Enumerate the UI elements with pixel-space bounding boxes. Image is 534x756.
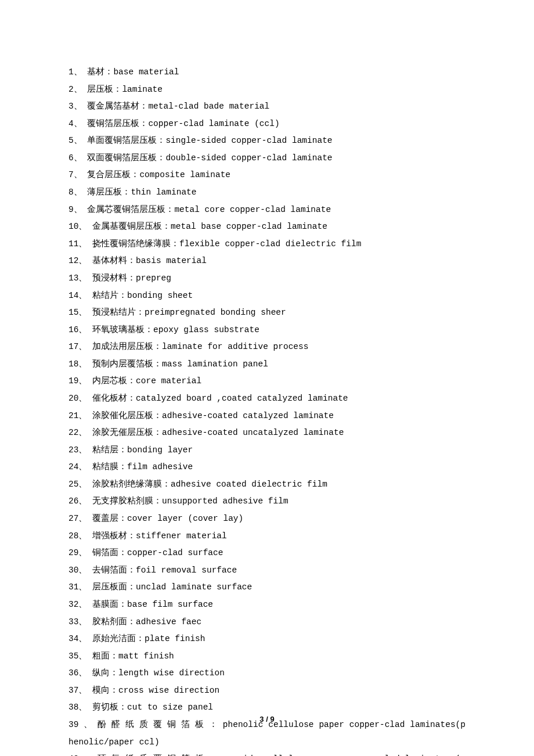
entry-number: 15、 [68,308,92,317]
list-item: 36、 纵向：length wise direction [68,665,466,682]
entry-chinese: 铜箔面： [92,548,127,557]
entry-number: 38、 [68,703,92,712]
entry-chinese: 粘结膜： [92,462,127,471]
list-item: 4、 覆铜箔层压板：copper-clad laminate (ccl) [68,116,466,133]
entry-number: 35、 [68,651,92,661]
entry-english: preimpregnated bonding sheer [145,308,286,317]
list-item: 19、 内层芯板：core material [68,373,466,390]
document-page: 1、 基材：base material2、 层压板：laminate3、 覆金属… [0,0,534,756]
entry-english: prepreg [136,273,171,283]
entry-number: 18、 [68,359,92,369]
entry-english: flexible copper-clad dielectric film [179,239,361,249]
list-item: 16、 环氧玻璃基板：epoxy glass substrate [68,322,466,339]
entry-english: film adhesive [127,462,193,471]
entry-number: 9、 [68,205,87,214]
list-item: 35、 粗面：matt finish [68,648,466,665]
entry-number: 34、 [68,634,92,643]
entry-chinese: 内层芯板： [92,376,136,386]
entry-english: copper-clad laminate (ccl) [148,119,279,128]
entry-number: 30、 [68,566,92,575]
entry-english: laminate [122,85,163,94]
list-item: 14、 粘结片：bonding sheet [68,287,466,305]
list-item: 1、 基材：base material [68,64,466,81]
entry-chinese: 粗面： [92,651,118,661]
list-item: 30、 去铜箔面：foil removal surface [68,562,466,579]
entry-chinese: 涂胶粘剂绝缘薄膜： [92,480,171,489]
entry-number: 24、 [68,462,92,471]
entry-number: 37、 [68,686,92,695]
entry-number: 22、 [68,428,92,437]
entry-english: unsupported adhesive film [162,496,288,506]
list-item: 3、 覆金属箔基材：metal-clad bade material [68,98,466,116]
entry-english: catalyzed board ,coated catalyzed lamina… [136,394,348,403]
entries-list: 1、 基材：base material2、 层压板：laminate3、 覆金属… [68,64,466,756]
entry-number: 29、 [68,548,92,557]
entry-number: 3、 [68,102,87,111]
entry-english: composite laminate [139,170,230,179]
entry-chinese: 去铜箔面： [92,566,136,575]
entry-chinese: 覆盖层： [92,514,127,523]
entry-chinese: 胶粘剂面： [92,617,136,627]
entry-chinese: 金属基覆铜层压板： [92,222,171,231]
list-item: 17、 加成法用层压板：laminate for additive proces… [68,339,466,356]
page-number: 3 / 9 [0,715,534,723]
entry-english: epoxy glass substrate [153,325,259,334]
entry-english: adhesive-coated catalyzed laminate [162,411,334,420]
list-item: 37、 模向：cross wise direction [68,682,466,700]
entry-english: base film surface [127,600,213,609]
entry-english: metal core copper-clad laminate [174,205,331,214]
entry-number: 13、 [68,273,92,283]
entry-english: laminate for additive process [162,342,308,351]
entry-english: stiffener material [136,531,227,541]
entry-number: 20、 [68,394,92,403]
entry-english: core material [136,376,201,386]
entry-number: 19、 [68,376,92,386]
entry-number: 21、 [68,411,92,420]
entry-number: 8、 [68,188,87,197]
list-item: 34、 原始光洁面：plate finish [68,631,466,648]
entry-chinese: 模向： [92,686,118,695]
entry-english: metal-clad bade material [148,102,269,111]
entry-number: 6、 [68,153,87,163]
list-item: 25、 涂胶粘剂绝缘薄膜：adhesive coated dielectric … [68,476,466,494]
list-item: 10、 金属基覆铜层压板：metal base copper-clad lami… [68,218,466,236]
entry-number: 31、 [68,582,92,592]
entry-chinese: 纵向： [92,668,118,678]
list-item: 27、 覆盖层：cover layer (cover lay) [68,510,466,528]
entry-english: mass lamination panel [162,359,268,369]
entry-chinese: 涂胶催化层压板： [92,411,162,420]
entry-number: 17、 [68,342,92,351]
entry-number: 5、 [68,136,87,145]
list-item: 6、 双面覆铜箔层压板：double-sided copper-clad lam… [68,150,466,167]
entry-number: 11、 [68,239,92,249]
entry-chinese: 预浸材料： [92,273,136,283]
entry-number: 7、 [68,170,87,179]
list-item: 7、 复合层压板：composite laminate [68,167,466,184]
entry-number: 10、 [68,222,92,231]
entry-number: 14、 [68,291,92,300]
list-item: 29、 铜箔面：copper-clad surface [68,545,466,562]
entry-english: base material [113,67,179,77]
entry-english: length wise direction [118,668,225,678]
entry-chinese: 层压板面： [92,582,136,592]
entry-chinese: 环氧玻璃基板： [92,325,153,334]
list-item: 13、 预浸材料：prepreg [68,270,466,287]
entry-english: adhesive-coated uncatalyzed laminate [162,428,344,437]
list-item: 33、 胶粘剂面：adhesive faec [68,614,466,631]
entry-english: adhesive faec [136,617,201,627]
entry-chinese: 基体材料： [92,256,136,265]
list-item: 11、 挠性覆铜箔绝缘薄膜：flexible copper-clad diele… [68,236,466,253]
list-item: 15、 预浸粘结片：preimpregnated bonding sheer [68,304,466,322]
list-item: 26、 无支撑胶粘剂膜：unsupported adhesive film [68,493,466,510]
list-item: 22、 涂胶无催层压板：adhesive-coated uncatalyzed … [68,424,466,442]
entry-number: 16、 [68,325,92,334]
entry-number: 27、 [68,514,92,523]
entry-english: plate finish [145,634,205,643]
entry-chinese: 预浸粘结片： [92,308,145,317]
entry-number: 32、 [68,600,92,609]
entry-english: cover layer (cover lay) [127,514,243,523]
entry-english: metal base copper-clad laminate [171,222,327,231]
entry-number: 12、 [68,256,92,265]
list-item: 12、 基体材料：basis material [68,253,466,270]
entry-chinese: 层压板： [87,85,122,94]
